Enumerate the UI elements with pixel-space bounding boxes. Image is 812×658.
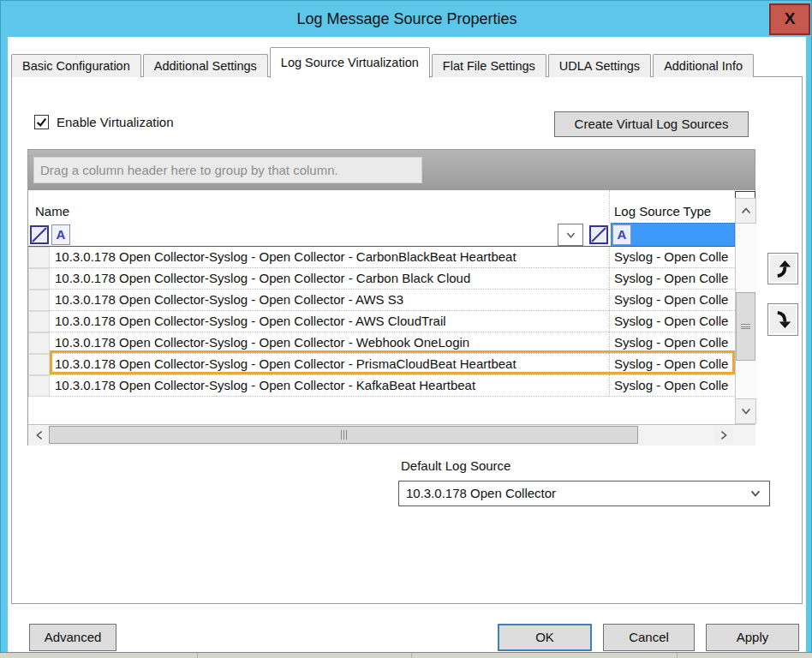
- grid-row-type[interactable]: Syslog - Open Colle: [609, 247, 735, 268]
- grid-row-type[interactable]: Syslog - Open Colle: [609, 290, 735, 311]
- tab-log-source-virtualization[interactable]: Log Source Virtualization: [270, 47, 430, 78]
- chevron-left-icon: [34, 429, 45, 441]
- window-title: Log Message Source Properties: [296, 1, 516, 37]
- grid-row-type[interactable]: Syslog - Open Colle: [609, 354, 735, 375]
- tab-label: Log Source Virtualization: [281, 56, 419, 69]
- tab-label: Additional Settings: [154, 59, 257, 73]
- strip-divider: [677, 653, 678, 658]
- cancel-button[interactable]: Cancel: [603, 624, 695, 651]
- column-header-name[interactable]: Name: [28, 190, 609, 223]
- thumb-grip-icon: [741, 323, 750, 331]
- scroll-right-button[interactable]: [714, 426, 733, 444]
- dialog-body: Basic Configuration Additional Settings …: [8, 37, 806, 652]
- tab-page-log-source-virtualization: Enable Virtualization Create Virtual Log…: [11, 76, 803, 604]
- chevron-up-icon: [740, 206, 752, 216]
- name-filter-dropdown-button[interactable]: [558, 224, 583, 246]
- grid-row-name[interactable]: 10.3.0.178 Open Collector-Syslog - Open …: [50, 332, 609, 354]
- row-selector[interactable]: [28, 247, 50, 268]
- scrollbar-corner: [735, 424, 755, 446]
- screen: Log Message Source Properties X Basic Co…: [0, 0, 812, 658]
- enable-virtualization-label: Enable Virtualization: [57, 115, 173, 130]
- row-selector[interactable]: [28, 332, 50, 354]
- scroll-left-button[interactable]: [30, 426, 49, 444]
- grid-row-name[interactable]: 10.3.0.178 Open Collector-Syslog - Open …: [50, 375, 609, 397]
- grid-row-type[interactable]: Syslog - Open Colle: [609, 311, 735, 332]
- background-taskbar-strip: [0, 653, 812, 658]
- default-log-source-value: 10.3.0.178 Open Collector: [406, 482, 556, 505]
- filter-icon: [29, 224, 50, 245]
- tab-flat-file-settings[interactable]: Flat File Settings: [432, 54, 546, 77]
- type-filter-icon[interactable]: [588, 224, 609, 245]
- default-log-source-label: Default Log Source: [401, 458, 510, 473]
- tab-basic-configuration[interactable]: Basic Configuration: [11, 54, 141, 77]
- move-up-button[interactable]: [767, 253, 798, 284]
- create-virtual-log-sources-button[interactable]: Create Virtual Log Sources: [554, 111, 749, 137]
- chevron-down-icon: [749, 488, 761, 499]
- chevron-down-icon: [565, 230, 576, 241]
- tab-label: Additional Info: [664, 59, 743, 73]
- apply-button[interactable]: Apply: [706, 624, 799, 651]
- tab-label: Basic Configuration: [22, 59, 130, 73]
- scroll-down-button[interactable]: [735, 398, 756, 424]
- grid-row-type[interactable]: Syslog - Open Colle: [609, 332, 735, 354]
- move-down-button[interactable]: [767, 303, 798, 336]
- row-selector[interactable]: [28, 375, 50, 397]
- name-filter-input[interactable]: [71, 223, 558, 247]
- thumb-grip-icon: [346, 430, 347, 440]
- chevron-down-icon: [740, 406, 752, 416]
- tab-strip: Basic Configuration Additional Settings …: [11, 46, 754, 77]
- grid-row-type[interactable]: Syslog - Open Colle: [609, 375, 735, 397]
- curved-arrow-up-icon: [773, 259, 793, 278]
- tab-additional-settings[interactable]: Additional Settings: [143, 54, 268, 77]
- default-log-source-combobox[interactable]: 10.3.0.178 Open Collector: [398, 481, 770, 506]
- group-by-hint: Drag a column header here to group by th…: [33, 157, 422, 183]
- row-selector[interactable]: [28, 354, 50, 375]
- log-message-source-properties-dialog: Log Message Source Properties X Basic Co…: [0, 0, 812, 653]
- titlebar[interactable]: Log Message Source Properties: [1, 1, 812, 37]
- chevron-right-icon: [719, 429, 729, 441]
- scroll-up-button[interactable]: [735, 198, 756, 224]
- grid-row-name[interactable]: 10.3.0.178 Open Collector-Syslog - Open …: [50, 247, 609, 268]
- checkmark-icon: [36, 117, 47, 128]
- vertical-scroll-thumb[interactable]: [736, 292, 755, 361]
- type-match-case-icon[interactable]: A: [612, 224, 631, 245]
- filter-icon: [588, 224, 609, 245]
- tab-additional-info[interactable]: Additional Info: [653, 54, 754, 77]
- grid-row-name[interactable]: 10.3.0.178 Open Collector-Syslog - Open …: [50, 311, 609, 332]
- grid-row-name[interactable]: 10.3.0.178 Open Collector-Syslog - Open …: [50, 268, 609, 290]
- grid-row-name[interactable]: 10.3.0.178 Open Collector-Syslog - Open …: [50, 290, 609, 311]
- close-button[interactable]: X: [769, 3, 810, 35]
- group-by-bar[interactable]: Drag a column header here to group by th…: [28, 150, 755, 190]
- name-match-case-icon[interactable]: A: [51, 224, 70, 245]
- curved-arrow-down-icon: [773, 310, 793, 330]
- strip-divider: [411, 653, 412, 658]
- row-selector[interactable]: [28, 268, 50, 290]
- virtual-log-sources-grid: Drag a column header here to group by th…: [27, 149, 755, 446]
- advanced-button[interactable]: Advanced: [29, 624, 116, 651]
- tab-udla-settings[interactable]: UDLA Settings: [548, 54, 651, 77]
- thumb-grip-icon: [343, 430, 344, 440]
- strip-divider: [197, 653, 198, 658]
- name-filter-icon[interactable]: [29, 224, 50, 245]
- grid-row-type[interactable]: Syslog - Open Colle: [609, 268, 735, 290]
- tab-label: UDLA Settings: [559, 59, 640, 73]
- ok-button[interactable]: OK: [498, 624, 592, 651]
- close-icon: X: [785, 9, 796, 27]
- thumb-grip-icon: [341, 430, 342, 440]
- row-selector[interactable]: [28, 290, 50, 311]
- horizontal-scroll-thumb[interactable]: [49, 426, 638, 444]
- grid-row-name-highlighted[interactable]: 10.3.0.178 Open Collector-Syslog - Open …: [50, 354, 609, 375]
- column-header-log-source-type[interactable]: Log Source Type: [609, 190, 735, 223]
- tab-label: Flat File Settings: [443, 59, 535, 73]
- row-selector[interactable]: [28, 311, 50, 332]
- enable-virtualization-checkbox[interactable]: [34, 115, 49, 129]
